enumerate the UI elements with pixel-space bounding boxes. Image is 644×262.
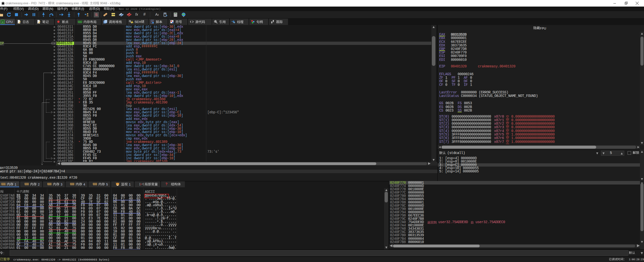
svg-text:=]: =]: [142, 183, 144, 186]
svg-text:!: !: [131, 21, 133, 23]
svg-text:32: 32: [2, 21, 4, 23]
svg-text:x: x: [140, 183, 142, 186]
svg-text:?: ?: [165, 182, 168, 186]
